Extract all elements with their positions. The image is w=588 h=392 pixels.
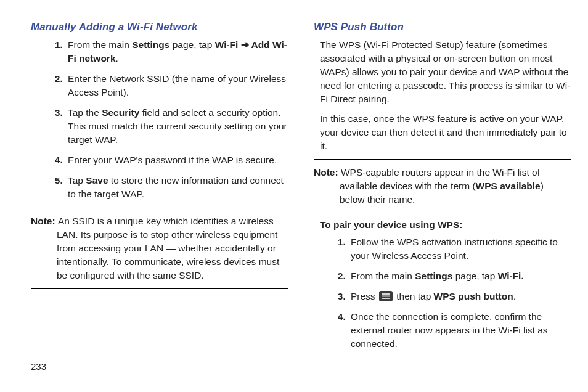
text: From the main: [68, 39, 132, 50]
left-step-4: Enter your WAP's password if the WAP is …: [65, 153, 288, 167]
note-label: Note:: [31, 216, 58, 226]
divider: [31, 208, 288, 208]
menu-icon: [379, 291, 393, 301]
right-column: WPS Push Button The WPS (Wi-Fi Protected…: [314, 21, 571, 357]
document-page: Manually Adding a Wi-Fi Network From the…: [0, 0, 588, 357]
wps-subhead: To pair your device using WPS:: [320, 219, 571, 231]
text-bold: WPS push button: [434, 291, 513, 301]
text-bold: Wi-Fi: [215, 39, 239, 50]
text-bold: Wi-Fi.: [498, 271, 524, 281]
divider: [314, 213, 571, 213]
page-number: 233: [31, 361, 46, 372]
divider: [314, 159, 571, 160]
text: Press: [351, 291, 378, 301]
wps-para-1: The WPS (Wi-Fi Protected Setup) feature …: [320, 38, 571, 106]
arrow-icon: ➔: [238, 39, 251, 50]
text: page, tap: [169, 39, 214, 50]
text: .: [513, 291, 516, 301]
right-step-4: Once the connection is complete, confirm…: [348, 310, 571, 351]
text: then tap: [394, 291, 434, 301]
text: Tap the: [68, 107, 102, 118]
left-note: Note: An SSID is a unique key which iden…: [31, 214, 288, 282]
right-step-3: Press then tap WPS push button.: [348, 290, 571, 303]
text: .: [116, 53, 118, 63]
heading-wps-push-button: WPS Push Button: [314, 21, 571, 33]
left-column: Manually Adding a Wi-Fi Network From the…: [31, 21, 288, 357]
right-step-1: Follow the WPS activation instructions s…: [348, 235, 571, 263]
note-label: Note:: [314, 167, 341, 178]
left-step-2: Enter the Network SSID (the name of your…: [65, 72, 288, 99]
wps-para-2: In this case, once the WPS feature is ac…: [320, 112, 571, 153]
note-text: An SSID is a unique key which identifies…: [57, 216, 279, 280]
heading-manually-adding-wifi: Manually Adding a Wi-Fi Network: [31, 21, 288, 33]
text: page, tap: [452, 271, 497, 281]
text-bold: WPS available: [476, 181, 541, 191]
divider: [31, 288, 288, 289]
text-bold: Security: [102, 107, 139, 118]
left-step-3: Tap the Security field and select a secu…: [65, 106, 288, 147]
right-step-2: From the main Settings page, tap Wi-Fi.: [348, 269, 571, 283]
text-bold: Save: [86, 175, 108, 186]
text-bold: Settings: [132, 39, 169, 50]
left-step-5: Tap Save to store the new information an…: [65, 174, 288, 201]
left-steps-list: From the main Settings page, tap Wi-Fi ➔…: [31, 38, 288, 201]
right-steps-list: Follow the WPS activation instructions s…: [314, 235, 571, 351]
right-note: Note: WPS-capable routers appear in the …: [314, 166, 571, 206]
text-bold: Settings: [415, 271, 452, 281]
text: From the main: [351, 271, 415, 281]
left-step-1: From the main Settings page, tap Wi-Fi ➔…: [65, 38, 288, 65]
text: Tap: [68, 175, 86, 186]
